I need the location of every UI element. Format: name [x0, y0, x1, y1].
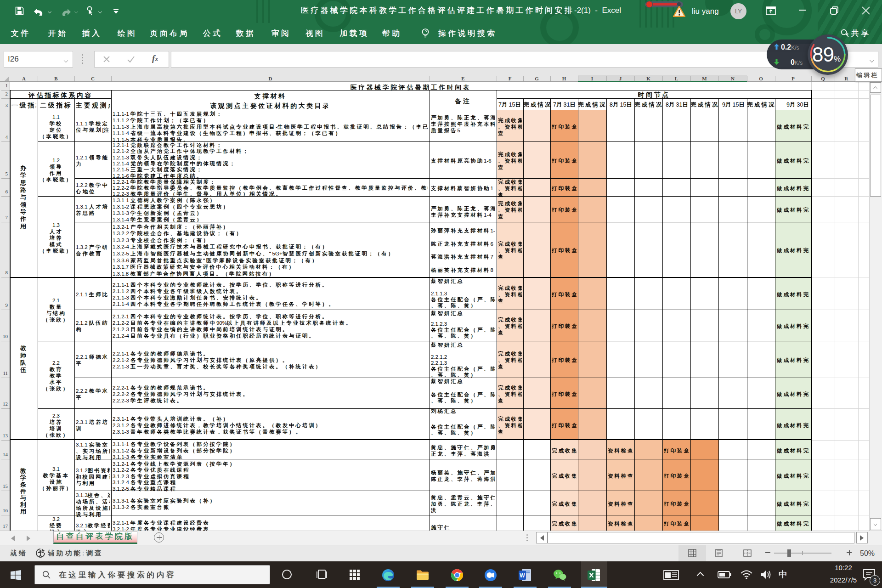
svg-text:W: W	[520, 572, 525, 579]
